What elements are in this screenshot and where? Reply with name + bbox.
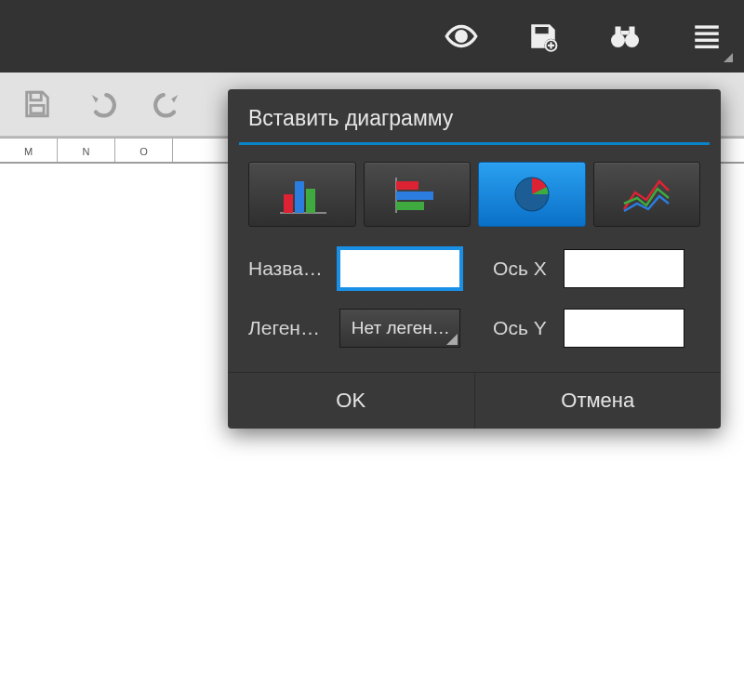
column-header[interactable]: M [0, 139, 58, 162]
svg-rect-9 [621, 31, 630, 35]
column-header[interactable]: O [115, 139, 173, 162]
cancel-button[interactable]: Отмена [474, 373, 722, 429]
svg-rect-21 [396, 181, 418, 190]
ok-button[interactable]: OK [228, 373, 474, 429]
chart-type-selector [228, 162, 721, 244]
axisx-label: Ось X [493, 258, 547, 280]
svg-rect-7 [616, 27, 621, 35]
chart-name-input[interactable] [339, 249, 460, 288]
save-icon[interactable] [525, 18, 562, 55]
axisx-input[interactable] [564, 249, 684, 288]
legend-label: Леген… [248, 317, 323, 339]
svg-rect-14 [31, 92, 41, 100]
chart-type-hbar[interactable] [364, 162, 472, 227]
svg-rect-23 [396, 202, 424, 210]
svg-rect-8 [630, 27, 635, 35]
menu-icon[interactable] [688, 18, 725, 55]
app-topbar [0, 0, 744, 73]
svg-point-5 [611, 33, 625, 47]
save-file-icon[interactable] [19, 86, 56, 123]
redo-icon[interactable] [149, 86, 186, 123]
eye-icon[interactable] [443, 18, 480, 55]
svg-rect-19 [306, 189, 315, 213]
column-header[interactable]: N [58, 139, 115, 162]
legend-select-value: Нет леген… [352, 318, 450, 338]
axisy-label: Ось Y [493, 317, 547, 339]
chart-type-bar[interactable] [248, 162, 356, 227]
undo-icon[interactable] [84, 86, 121, 123]
chart-form: Назва… Ось X Леген… Нет леген… Ось Y [228, 244, 721, 372]
svg-rect-22 [396, 192, 433, 200]
binoculars-icon[interactable] [606, 18, 644, 55]
dialog-title: Вставить диаграмму [228, 89, 721, 142]
svg-point-0 [457, 32, 467, 42]
name-label: Назва… [248, 258, 323, 280]
svg-rect-15 [31, 105, 44, 113]
dialog-separator [239, 142, 710, 145]
insert-chart-dialog: Вставить диаграмму [228, 89, 721, 429]
svg-point-6 [625, 33, 639, 47]
dialog-buttons: OK Отмена [228, 372, 721, 429]
axisy-input[interactable] [564, 309, 684, 348]
svg-rect-18 [295, 181, 304, 213]
chart-type-line[interactable] [593, 162, 701, 227]
chart-type-pie[interactable] [478, 162, 586, 227]
legend-select[interactable]: Нет леген… [339, 309, 460, 348]
svg-rect-17 [284, 194, 293, 213]
